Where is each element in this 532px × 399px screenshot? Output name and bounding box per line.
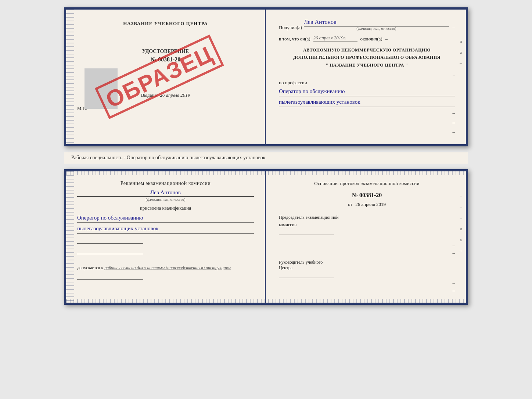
- dash2: –: [385, 36, 388, 42]
- udostoverenie-label: УДОСТОВЕРЕНИЕ: [77, 49, 254, 54]
- poluchil-row: Получил(а) Лев Антонов (фамилия, имя, от…: [279, 19, 455, 31]
- a-label: а: [460, 50, 462, 54]
- side-labels: и а ←: [459, 39, 463, 65]
- bottom-certificate-book: Решением экзаменационной комиссии Лев Ан…: [64, 169, 468, 305]
- dopuskaetsya-block: допускается к работе согласно должностны…: [77, 265, 254, 271]
- vtom-label: в том, что он(а): [279, 36, 310, 42]
- cert-left-page: НАЗВАНИЕ УЧЕБНОГО ЦЕНТРА УДОСТОВЕРЕНИЕ №…: [66, 10, 266, 144]
- profession-line2: пылегазоулавливающих установок: [279, 98, 455, 107]
- b-i-label: и: [460, 227, 462, 231]
- name-value-bottom: Лев Антонов: [77, 189, 254, 197]
- i-label: и: [460, 39, 462, 43]
- vtom-row: в том, что он(а) 26 апреля 2019г. окончи…: [279, 35, 455, 42]
- bottom-cert-left-page: Решением экзаменационной комиссии Лев Ан…: [66, 171, 266, 303]
- predsedatel-sign-line: [279, 228, 334, 235]
- b-arrow-label: ←: [459, 249, 463, 253]
- b-dash2: –: [460, 204, 462, 209]
- dopusk-value: работе согласно должностным (производств…: [104, 265, 231, 270]
- okonchill-label: окончил(а): [360, 36, 382, 42]
- kvalf-line1: Оператор по обслуживанию: [77, 214, 254, 223]
- right-dashes-bottom: – –: [279, 242, 455, 256]
- b-dash1: –: [460, 193, 462, 198]
- rukovoditel-sign-line: [279, 271, 334, 278]
- bottom-cert-right-page: Основание: протокол экзаменационной коми…: [266, 171, 466, 303]
- b-dash5: –: [453, 250, 455, 256]
- poluchil-label: Получил(а): [279, 25, 302, 31]
- middle-label: Рабочая специальность - Оператор по обсл…: [64, 152, 468, 164]
- b-dash3: –: [460, 215, 462, 220]
- dash6: –: [453, 129, 455, 135]
- b-a-label: а: [460, 238, 462, 242]
- org-block: АВТОНОМНУЮ НЕКОММЕРЧЕСКУЮ ОРГАНИЗАЦИЮ ДО…: [279, 46, 455, 69]
- cert-right-page: Получил(а) Лев Антонов (фамилия, имя, от…: [266, 10, 466, 144]
- bottom-side-labels: – – – и а ←: [459, 193, 463, 253]
- date-value: 26 апреля 2019г.: [313, 35, 357, 42]
- cert-title: НАЗВАНИЕ УЧЕБНОГО ЦЕНТРА: [77, 21, 254, 26]
- poluchil-container: Лев Антонов (фамилия, имя, отчество): [304, 19, 449, 31]
- predsedatel-label: Председатель экзаменационной: [279, 215, 455, 220]
- right-dash3: –: [453, 72, 455, 77]
- dash5: –: [453, 120, 455, 125]
- profession-line1: Оператор по обслуживанию: [279, 88, 455, 96]
- fio-sublabel-bottom: (фамилия, имя, отчество): [77, 197, 254, 202]
- fio-sublabel: (фамилия, имя, отчество): [304, 26, 449, 31]
- cert-title-block: НАЗВАНИЕ УЧЕБНОГО ЦЕНТРА: [77, 21, 254, 26]
- dash4: –: [453, 110, 455, 116]
- b-dash6: –: [453, 280, 455, 286]
- bottom-left-deco: [66, 171, 74, 303]
- dopusk-label: допускается к: [77, 265, 103, 270]
- document-container: НАЗВАНИЕ УЧЕБНОГО ЦЕНТРА УДОСТОВЕРЕНИЕ №…: [7, 7, 525, 305]
- org-line3: " НАЗВАНИЕ УЧЕБНОГО ЦЕНТРА ": [279, 61, 455, 69]
- poluchil-value: Лев Антонов: [304, 19, 449, 26]
- left-deco: [66, 10, 74, 144]
- org-line2: ДОПОЛНИТЕЛЬНОГО ПРОФЕССИОНАЛЬНОГО ОБРАЗО…: [279, 54, 455, 61]
- b-dash4: –: [453, 242, 455, 248]
- blank-line-2: [77, 247, 143, 254]
- rukovoditel-label: Руководитель учебного: [279, 260, 455, 265]
- top-certificate-book: НАЗВАНИЕ УЧЕБНОГО ЦЕНТРА УДОСТОВЕРЕНИЕ №…: [64, 7, 468, 146]
- kvalf-line2: пылегазоулавливающих установок: [77, 225, 254, 234]
- blank-line-3: [77, 272, 143, 280]
- tsentra-label: Центра: [279, 265, 455, 271]
- arrow-label: ←: [459, 61, 463, 65]
- prisvoena-label: присвоена квалификация: [77, 205, 254, 211]
- blank-line-1: [77, 236, 143, 244]
- dash1: –: [453, 25, 455, 31]
- komisii-label: комиссии: [279, 222, 455, 228]
- ot-label: от: [348, 202, 352, 207]
- trailing-dashes-bottom: – –: [279, 280, 455, 293]
- protocol-number: № 00381-20: [279, 192, 455, 199]
- po-professii-label: по профессии: [279, 80, 455, 86]
- b-dash7: –: [453, 288, 455, 293]
- rukovoditel-block: Руководитель учебного Центра: [279, 260, 455, 278]
- trailing-dashes: – – –: [279, 110, 455, 135]
- org-line1: АВТОНОМНУЮ НЕКОММЕРЧЕСКУЮ ОРГАНИЗАЦИЮ: [279, 46, 455, 54]
- resheniem-label: Решением экзаменационной комиссии: [77, 181, 254, 186]
- predsedatel-block: Председатель экзаменационной комиссии: [279, 215, 455, 235]
- ot-date-value: 26 апреля 2019: [355, 202, 386, 207]
- ot-date: от 26 апреля 2019: [279, 202, 455, 207]
- osnovanie-label: Основание: протокол экзаменационной коми…: [279, 181, 455, 186]
